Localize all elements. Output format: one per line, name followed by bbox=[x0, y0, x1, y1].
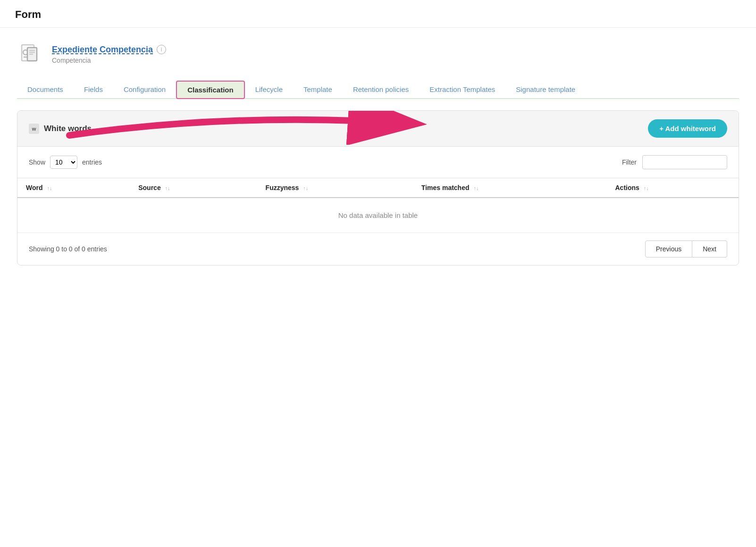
filter-input[interactable] bbox=[642, 155, 727, 169]
entries-select[interactable]: 10 25 50 100 bbox=[50, 156, 77, 169]
nav-tab-template[interactable]: Template bbox=[293, 81, 343, 99]
sort-icon-source: ↑↓ bbox=[165, 185, 170, 191]
document-type: Competencia bbox=[52, 57, 166, 64]
previous-button[interactable]: Previous bbox=[645, 240, 692, 257]
page-title: Form bbox=[15, 8, 41, 20]
nav-tab-fields[interactable]: Fields bbox=[74, 81, 113, 99]
info-icon[interactable]: i bbox=[157, 45, 166, 54]
nav-tab-retention[interactable]: Retention policies bbox=[343, 81, 419, 99]
col-times-matched[interactable]: Times matched ↑↓ bbox=[413, 178, 607, 198]
no-data-row: No data available in table bbox=[17, 198, 739, 232]
nav-tab-lifecycle[interactable]: Lifecycle bbox=[245, 81, 293, 99]
nav-tab-extraction[interactable]: Extraction Templates bbox=[419, 81, 505, 99]
entries-label: entries bbox=[82, 158, 102, 166]
document-info: Expediente Competencia i Competencia bbox=[52, 45, 166, 64]
data-table: Word ↑↓ Source ↑↓ Fuzzyness ↑↓ Times mat… bbox=[17, 178, 739, 232]
section-title-wrap: w White words bbox=[29, 124, 92, 134]
col-actions[interactable]: Actions ↑↓ bbox=[606, 178, 739, 198]
document-name[interactable]: Expediente Competencia bbox=[52, 45, 153, 55]
nav-tab-classification[interactable]: Classification bbox=[176, 81, 245, 99]
sort-icon-fuzzyness: ↑↓ bbox=[303, 185, 308, 191]
w-badge: w bbox=[29, 124, 39, 134]
sort-icon-word: ↑↓ bbox=[47, 185, 52, 191]
col-fuzzyness[interactable]: Fuzzyness ↑↓ bbox=[257, 178, 413, 198]
nav-tab-configuration[interactable]: Configuration bbox=[113, 81, 176, 99]
pagination: Previous Next bbox=[645, 240, 727, 257]
navigation-tabs: DocumentsFieldsConfigurationClassificati… bbox=[17, 81, 739, 99]
section-header: w White words + Add whiteword bbox=[17, 111, 739, 147]
no-data-message: No data available in table bbox=[17, 198, 739, 232]
showing-text: Showing 0 to 0 of 0 entries bbox=[29, 245, 107, 253]
filter-label: Filter bbox=[622, 158, 637, 166]
show-label: Show bbox=[29, 158, 45, 166]
section-title: White words bbox=[44, 124, 92, 133]
table-controls: Show 10 25 50 100 entries Filter bbox=[17, 147, 739, 178]
table-footer: Showing 0 to 0 of 0 entries Previous Nex… bbox=[17, 232, 739, 265]
show-entries: Show 10 25 50 100 entries bbox=[29, 156, 102, 169]
sort-icon-times-matched: ↑↓ bbox=[473, 185, 479, 191]
nav-tab-documents[interactable]: Documents bbox=[17, 81, 74, 99]
white-words-section: w White words + Add whiteword Show 10 25… bbox=[17, 110, 739, 265]
col-source[interactable]: Source ↑↓ bbox=[130, 178, 257, 198]
next-button[interactable]: Next bbox=[692, 240, 727, 257]
table-header-row: Word ↑↓ Source ↑↓ Fuzzyness ↑↓ Times mat… bbox=[17, 178, 739, 198]
nav-tab-signature[interactable]: Signature template bbox=[505, 81, 586, 99]
document-icon bbox=[17, 41, 43, 67]
add-whiteword-button[interactable]: + Add whiteword bbox=[648, 119, 727, 138]
filter-wrap: Filter bbox=[622, 155, 727, 169]
col-word[interactable]: Word ↑↓ bbox=[17, 178, 130, 198]
sort-icon-actions: ↑↓ bbox=[644, 185, 649, 191]
document-header: Expediente Competencia i Competencia bbox=[17, 41, 739, 67]
